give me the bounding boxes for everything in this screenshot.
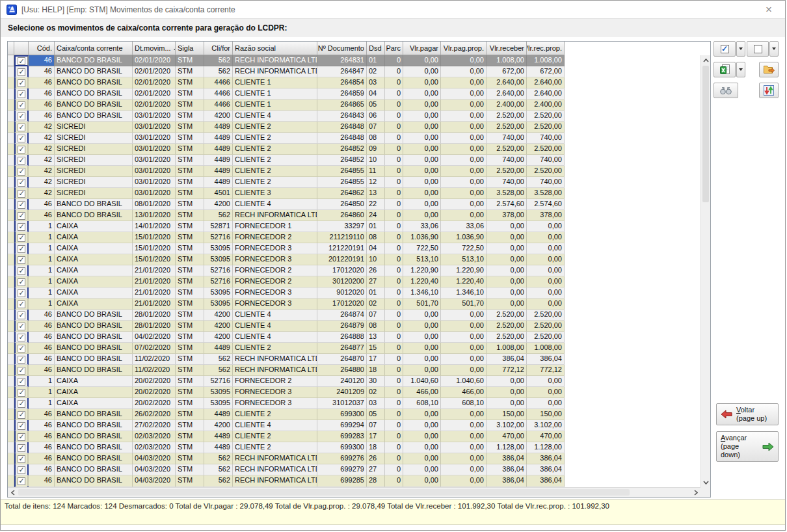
cell-doc[interactable]: 264879 [317, 321, 367, 332]
cell-conta[interactable]: BANCO DO BRASIL [55, 420, 133, 431]
cell-clifor[interactable]: 562 [204, 475, 233, 486]
cell-doc[interactable]: 264860 [317, 210, 367, 221]
cell-dt[interactable]: 03/01/2020 [133, 166, 176, 177]
cell-cod[interactable]: 46 [29, 475, 55, 486]
cell-conta[interactable]: SICREDI [55, 177, 133, 188]
cell-receber[interactable]: 470,00 [487, 431, 527, 442]
cell-sigla[interactable]: STM [176, 464, 204, 475]
cell-sigla[interactable]: STM [176, 299, 204, 310]
cell-conta[interactable]: SICREDI [55, 166, 133, 177]
cell-doc[interactable]: 264848 [317, 133, 367, 144]
cell-recprop[interactable]: 150,00 [527, 409, 565, 420]
cell-pagprop[interactable]: 0,00 [441, 210, 487, 221]
cell-pagprop[interactable]: 0,00 [441, 77, 487, 88]
cell-parc[interactable]: 0 [385, 122, 403, 133]
cell-razao[interactable]: CLIENTE 1 [233, 100, 317, 111]
cell-receber[interactable]: 0,00 [487, 276, 527, 287]
cell-parc[interactable]: 0 [385, 177, 403, 188]
cell-sigla[interactable]: STM [176, 254, 204, 265]
cell-recprop[interactable]: 0,00 [527, 299, 565, 310]
cell-recprop[interactable]: 2.640,00 [527, 88, 565, 100]
cell-clifor[interactable]: 4489 [204, 166, 233, 177]
cell-pagar[interactable]: 0,00 [403, 77, 441, 88]
cell-pagar[interactable]: 1.040,60 [403, 376, 441, 387]
table-row[interactable]: ✓ 46 BANCO DO BRASIL 04/02/2020 STM 4200… [8, 332, 700, 343]
cell-clifor[interactable]: 4200 [204, 111, 233, 122]
cell-parc[interactable]: 0 [385, 243, 403, 254]
row-checkbox[interactable]: ✓ [14, 221, 29, 232]
cell-dsd[interactable]: 26 [367, 265, 385, 276]
cell-receber[interactable]: 386,04 [487, 464, 527, 475]
cell-doc[interactable]: 33297 [317, 221, 367, 232]
cell-pagar[interactable]: 0,00 [403, 66, 441, 77]
cell-sigla[interactable]: STM [176, 177, 204, 188]
row-checkbox[interactable]: ✓ [14, 453, 29, 464]
cell-sigla[interactable]: STM [176, 265, 204, 276]
cell-receber[interactable]: 150,00 [487, 409, 527, 420]
cell-conta[interactable]: CAIXA [55, 287, 133, 299]
cell-parc[interactable]: 0 [385, 265, 403, 276]
cell-recprop[interactable]: 386,04 [527, 464, 565, 475]
table-row[interactable]: ✓ 1 CAIXA 15/01/2020 STM 53095 FORNECEDO… [8, 254, 700, 265]
cell-clifor[interactable]: 4501 [204, 188, 233, 199]
cell-pagar[interactable]: 1.220,90 [403, 265, 441, 276]
table-row[interactable]: ✓ 42 SICREDI 03/01/2020 STM 4489 CLIENTE… [8, 144, 700, 155]
cell-sigla[interactable]: STM [176, 365, 204, 376]
row-checkbox[interactable]: ✓ [14, 177, 29, 188]
table-row[interactable]: ✓ 42 SICREDI 03/01/2020 STM 4489 CLIENTE… [8, 155, 700, 166]
check-all-button[interactable]: ✓ [714, 41, 736, 57]
cell-pagprop[interactable]: 0,00 [441, 442, 487, 453]
row-checkbox[interactable]: ✓ [14, 442, 29, 453]
cell-dsd[interactable]: 13 [367, 332, 385, 343]
cell-receber[interactable]: 0,00 [487, 232, 527, 243]
cell-parc[interactable]: 0 [385, 254, 403, 265]
cell-receber[interactable]: 0,00 [487, 254, 527, 265]
cell-dt[interactable]: 04/02/2020 [133, 332, 176, 343]
cell-dt[interactable]: 03/01/2020 [133, 133, 176, 144]
cell-recprop[interactable]: 2.520,00 [527, 310, 565, 321]
table-row[interactable]: ✓ 46 BANCO DO BRASIL 04/03/2020 STM 562 … [8, 453, 700, 464]
cell-receber[interactable]: 0,00 [487, 265, 527, 276]
cell-sigla[interactable]: STM [176, 343, 204, 354]
cell-receber[interactable]: 2.520,00 [487, 111, 527, 122]
cell-dsd[interactable]: 07 [367, 420, 385, 431]
table-row[interactable]: ✓ 1 CAIXA 21/01/2020 STM 52716 FORNECEDO… [8, 276, 700, 287]
cell-cod[interactable]: 1 [29, 387, 55, 398]
cell-doc[interactable]: 2401209 [317, 387, 367, 398]
cell-razao[interactable]: FORNECEDOR 3 [233, 243, 317, 254]
cell-pagar[interactable]: 0,00 [403, 431, 441, 442]
row-checkbox[interactable]: ✓ [14, 155, 29, 166]
row-checkbox[interactable]: ✓ [14, 475, 29, 486]
cell-cod[interactable]: 1 [29, 398, 55, 409]
table-row[interactable]: ✓ 46 BANCO DO BRASIL 13/01/2020 STM 562 … [8, 210, 700, 221]
cell-pagprop[interactable]: 0,00 [441, 453, 487, 464]
cell-pagar[interactable]: 0,00 [403, 420, 441, 431]
cell-dt[interactable]: 03/01/2020 [133, 155, 176, 166]
cell-dt[interactable]: 21/01/2020 [133, 265, 176, 276]
cell-sigla[interactable]: STM [176, 199, 204, 210]
cell-receber[interactable]: 2.520,00 [487, 321, 527, 332]
cell-conta[interactable]: BANCO DO BRASIL [55, 431, 133, 442]
scroll-up-icon[interactable] [701, 55, 711, 65]
cell-conta[interactable]: BANCO DO BRASIL [55, 77, 133, 88]
cell-cod[interactable]: 46 [29, 409, 55, 420]
cell-cod[interactable]: 46 [29, 66, 55, 77]
cell-razao[interactable]: CLIENTE 2 [233, 122, 317, 133]
cell-receber[interactable]: 3.528,00 [487, 188, 527, 199]
cell-cod[interactable]: 42 [29, 133, 55, 144]
cell-recprop[interactable]: 1.008,00 [527, 343, 565, 354]
cell-dsd[interactable]: 05 [367, 409, 385, 420]
cell-clifor[interactable]: 562 [204, 354, 233, 365]
cell-pagar[interactable]: 0,00 [403, 133, 441, 144]
cell-pagar[interactable]: 0,00 [403, 453, 441, 464]
cell-parc[interactable]: 0 [385, 111, 403, 122]
row-checkbox[interactable]: ✓ [14, 276, 29, 287]
cell-receber[interactable]: 378,00 [487, 210, 527, 221]
cell-receber[interactable]: 0,00 [487, 299, 527, 310]
cell-dt[interactable]: 21/01/2020 [133, 287, 176, 299]
cell-dsd[interactable]: 18 [367, 365, 385, 376]
cell-cod[interactable]: 1 [29, 243, 55, 254]
send-button[interactable] [759, 62, 779, 77]
cell-dsd[interactable]: 03 [367, 398, 385, 409]
table-row[interactable]: ✓ 42 SICREDI 03/01/2020 STM 4489 CLIENTE… [8, 133, 700, 144]
